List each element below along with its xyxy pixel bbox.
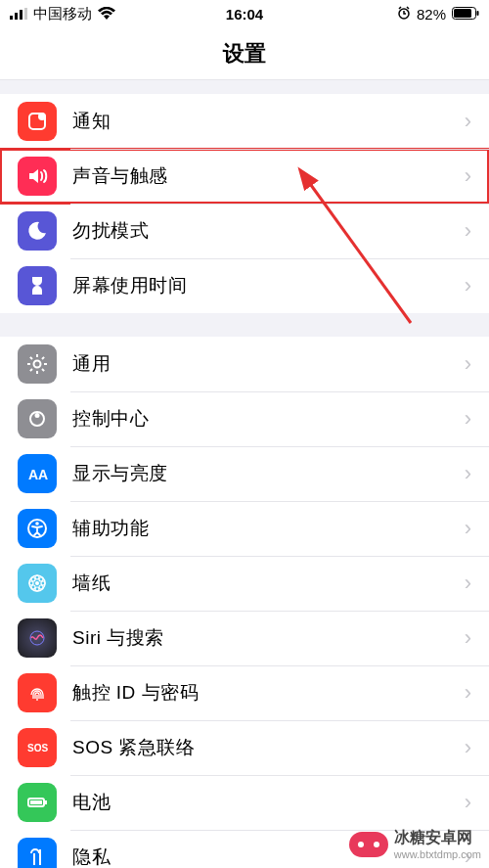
- svg-rect-6: [454, 9, 471, 18]
- page-title: 设置: [223, 39, 266, 69]
- watermark-badge-icon: [349, 832, 388, 857]
- row-label: Siri 与搜索: [72, 625, 465, 651]
- watermark: 冰糖安卓网 www.btxtdmp.com: [349, 828, 481, 860]
- row-label: 显示与亮度: [72, 461, 465, 486]
- watermark-url: www.btxtdmp.com: [394, 848, 481, 860]
- svg-point-18: [35, 575, 39, 579]
- notification-icon: [18, 102, 57, 141]
- svg-point-25: [39, 585, 43, 589]
- chevron-right-icon: ›: [465, 735, 471, 760]
- row-label: 触控 ID 与密码: [72, 680, 465, 706]
- svg-point-24: [31, 585, 35, 589]
- chevron-right-icon: ›: [465, 461, 471, 486]
- row-screentime[interactable]: 屏幕使用时间 ›: [0, 258, 489, 313]
- row-label: 辅助功能: [72, 516, 465, 541]
- wifi-icon: [98, 6, 115, 23]
- settings-section-2: 通用 › 控制中心 › AA 显示与亮度 › 辅助功能 › 墙纸 › Siri …: [0, 337, 489, 868]
- battery-pct: 82%: [417, 6, 446, 23]
- svg-text:SOS: SOS: [27, 743, 48, 754]
- settings-section-1: 通知 › 声音与触感 › 勿扰模式 › 屏幕使用时间 ›: [0, 94, 489, 313]
- row-touchid[interactable]: 触控 ID 与密码 ›: [0, 665, 489, 720]
- status-bar: 中国移动 16:04 82%: [0, 0, 489, 27]
- chevron-right-icon: ›: [465, 625, 471, 651]
- navbar: 设置: [0, 27, 489, 80]
- sound-icon: [18, 157, 57, 196]
- svg-rect-1: [15, 13, 18, 20]
- svg-rect-2: [20, 10, 22, 20]
- row-label: 勿扰模式: [72, 218, 465, 244]
- general-icon: [18, 344, 57, 384]
- clock: 16:04: [226, 6, 263, 23]
- status-left: 中国移动: [10, 5, 115, 23]
- svg-rect-30: [30, 800, 42, 804]
- svg-rect-29: [45, 800, 47, 804]
- chevron-right-icon: ›: [465, 218, 471, 244]
- accessibility-icon: [18, 509, 57, 548]
- row-label: 墙纸: [72, 571, 465, 596]
- chevron-right-icon: ›: [465, 351, 471, 377]
- row-dnd[interactable]: 勿扰模式 ›: [0, 204, 489, 258]
- row-sound[interactable]: 声音与触感 ›: [0, 149, 489, 204]
- touchid-icon: [18, 673, 57, 712]
- chevron-right-icon: ›: [465, 273, 471, 298]
- screentime-icon: [18, 266, 57, 305]
- chevron-right-icon: ›: [465, 790, 471, 815]
- svg-point-9: [38, 113, 46, 120]
- watermark-text: 冰糖安卓网: [394, 828, 481, 848]
- row-label: 声音与触感: [72, 163, 465, 189]
- svg-point-12: [35, 413, 40, 418]
- svg-point-21: [41, 581, 45, 585]
- svg-point-10: [34, 361, 41, 368]
- battery-row-icon: [18, 783, 57, 822]
- row-label: 屏幕使用时间: [72, 273, 465, 298]
- svg-point-19: [35, 587, 39, 591]
- carrier-label: 中国移动: [33, 5, 92, 23]
- svg-point-15: [35, 522, 39, 525]
- alarm-icon: [397, 6, 411, 23]
- row-notifications[interactable]: 通知 ›: [0, 94, 489, 149]
- battery-icon: [452, 6, 479, 23]
- wallpaper-icon: [18, 564, 57, 603]
- svg-rect-7: [477, 11, 479, 16]
- svg-rect-0: [10, 16, 13, 20]
- chevron-right-icon: ›: [465, 406, 471, 432]
- row-label: 通知: [72, 109, 465, 134]
- row-label: SOS 紧急联络: [72, 735, 465, 760]
- status-right: 82%: [397, 6, 479, 23]
- sos-icon: SOS: [18, 728, 57, 767]
- siri-icon: [18, 618, 57, 658]
- chevron-right-icon: ›: [465, 163, 471, 189]
- chevron-right-icon: ›: [465, 516, 471, 541]
- row-accessibility[interactable]: 辅助功能 ›: [0, 501, 489, 556]
- svg-point-23: [39, 577, 43, 581]
- row-sos[interactable]: SOS SOS 紧急联络 ›: [0, 720, 489, 775]
- row-wallpaper[interactable]: 墙纸 ›: [0, 556, 489, 611]
- dnd-icon: [18, 211, 57, 251]
- svg-text:AA: AA: [28, 467, 48, 482]
- row-label: 控制中心: [72, 406, 465, 432]
- chevron-right-icon: ›: [465, 109, 471, 134]
- display-icon: AA: [18, 454, 57, 493]
- row-general[interactable]: 通用 ›: [0, 337, 489, 391]
- svg-point-17: [35, 581, 39, 585]
- svg-point-22: [31, 577, 35, 581]
- row-control-center[interactable]: 控制中心 ›: [0, 391, 489, 446]
- row-label: 通用: [72, 351, 465, 377]
- row-siri[interactable]: Siri 与搜索 ›: [0, 611, 489, 665]
- privacy-icon: [18, 838, 57, 868]
- chevron-right-icon: ›: [465, 680, 471, 706]
- row-battery[interactable]: 电池 ›: [0, 775, 489, 830]
- control-icon: [18, 399, 57, 438]
- row-label: 电池: [72, 790, 465, 815]
- row-display[interactable]: AA 显示与亮度 ›: [0, 446, 489, 501]
- signal-icon: [10, 6, 27, 23]
- svg-rect-3: [24, 8, 27, 20]
- chevron-right-icon: ›: [465, 571, 471, 596]
